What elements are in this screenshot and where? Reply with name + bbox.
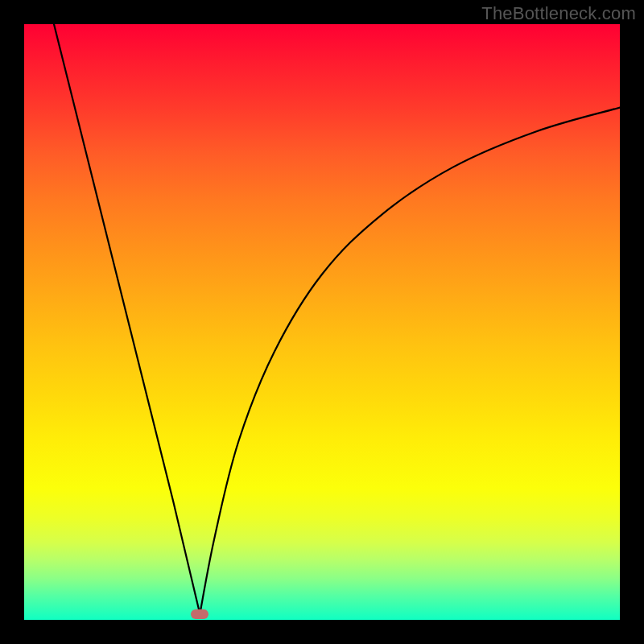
curve-left-branch [54,24,200,614]
plot-area [24,24,620,620]
chart-frame: TheBottleneck.com [0,0,644,644]
minimum-marker [191,609,208,619]
curve-right-branch [200,108,620,614]
watermark-text: TheBottleneck.com [481,3,636,24]
curve-svg [24,24,620,620]
